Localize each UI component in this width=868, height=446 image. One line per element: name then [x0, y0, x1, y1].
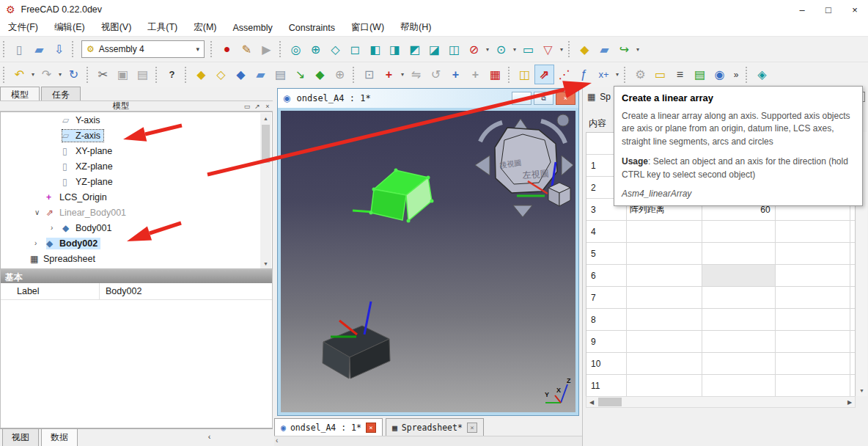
open-file-icon[interactable]: ▰: [29, 40, 49, 59]
new-file-icon[interactable]: ▯: [10, 40, 29, 59]
menu-edit[interactable]: 编辑(E): [46, 21, 93, 34]
save-file-icon[interactable]: ⇩: [49, 40, 69, 59]
selected-cell[interactable]: [702, 265, 775, 286]
cell[interactable]: [627, 375, 702, 397]
cell[interactable]: [702, 331, 775, 352]
toolbar-overflow-button[interactable]: »: [729, 70, 743, 80]
child-minimize-button[interactable]: –: [512, 92, 532, 105]
menu-view[interactable]: 视图(V): [93, 21, 140, 34]
macro-play-icon[interactable]: ▶: [257, 40, 276, 59]
insert-part-icon[interactable]: ◆: [191, 65, 211, 84]
tab-ondsel-a4[interactable]: ◉ ondsel_A4 : 1* ×: [274, 418, 383, 436]
symmetry-array-icon[interactable]: ◫: [515, 65, 534, 84]
scroll-right-icon[interactable]: ▶: [845, 399, 855, 406]
navigation-cube[interactable]: 後視圖 左視圖: [475, 114, 573, 217]
expand-chevron-icon[interactable]: ›: [51, 224, 62, 232]
copy-icon[interactable]: ▣: [113, 65, 133, 84]
scroll-left-icon[interactable]: ◀: [586, 399, 597, 406]
chevron-down-icon[interactable]: ▾: [56, 71, 64, 78]
cell[interactable]: [702, 353, 775, 374]
chevron-down-icon[interactable]: ▾: [511, 46, 518, 53]
cell[interactable]: [702, 309, 775, 330]
toolbar-grip[interactable]: [3, 67, 7, 83]
scroll-up-icon[interactable]: ▲: [260, 113, 271, 124]
chevron-down-icon[interactable]: ▾: [558, 46, 565, 53]
undo-icon[interactable]: ↶: [10, 65, 29, 84]
toolbar-grip[interactable]: [3, 41, 7, 57]
redo-icon[interactable]: ↷: [37, 65, 56, 84]
property-value[interactable]: Body002: [100, 286, 141, 296]
chevron-down-icon[interactable]: ▾: [29, 71, 37, 78]
zoom-icon[interactable]: ⊕: [306, 40, 326, 59]
chevron-down-icon[interactable]: ▾: [614, 71, 621, 78]
linear-array-icon[interactable]: ⇗: [534, 65, 554, 84]
menu-macro[interactable]: 宏(M): [185, 21, 224, 34]
cell[interactable]: [627, 243, 702, 264]
close-button[interactable]: ×: [842, 0, 868, 19]
cell[interactable]: [627, 287, 702, 308]
measure-icon[interactable]: ▭: [518, 40, 538, 59]
tree-item-z-axis[interactable]: ▱Z-axis: [1, 128, 272, 143]
close-panel-icon[interactable]: ×: [262, 103, 273, 110]
cell[interactable]: [702, 221, 775, 242]
sheet-horizontal-scrollbar[interactable]: ◀ ▶: [586, 396, 856, 408]
float-panel-icon[interactable]: ▭: [242, 103, 252, 110]
bom-list-icon[interactable]: ▤: [690, 65, 710, 84]
dark-body-object[interactable]: [323, 301, 390, 379]
toolbar-grip[interactable]: [155, 67, 160, 83]
property-group-header[interactable]: 基本: [1, 270, 272, 283]
solver-icon[interactable]: ▦: [485, 65, 505, 84]
view-top-icon[interactable]: ◧: [365, 40, 385, 59]
view-right-icon[interactable]: ◨: [385, 40, 405, 59]
row-header[interactable]: 4: [586, 221, 627, 242]
view-left-icon[interactable]: ◫: [444, 40, 464, 59]
nav-right-arrow-icon[interactable]: [562, 156, 573, 175]
chevron-down-icon[interactable]: ▾: [399, 71, 406, 78]
refresh-icon[interactable]: ↻: [64, 65, 84, 84]
view-rear-icon[interactable]: ◩: [405, 40, 424, 59]
whats-this-icon[interactable]: ?: [162, 65, 182, 84]
align-part-icon[interactable]: +: [466, 65, 485, 84]
draw-style-icon[interactable]: ⊘: [464, 40, 484, 59]
cell[interactable]: [776, 375, 850, 397]
toolbar-grip[interactable]: [746, 67, 750, 83]
toolbar-grip[interactable]: [72, 41, 76, 57]
child-close-button[interactable]: ×: [556, 92, 575, 105]
cell[interactable]: [702, 287, 775, 308]
child-restore-button[interactable]: ⧉: [534, 92, 553, 105]
tree-item-lcs-origin[interactable]: +LCS_Origin: [1, 189, 272, 205]
new-datum-icon[interactable]: ◆: [310, 65, 330, 84]
tree-item-linear-body001[interactable]: ∨ ⇗Linear_Body001: [1, 205, 272, 220]
3d-viewport[interactable]: 後視圖 左視圖: [278, 108, 578, 415]
paste-icon[interactable]: ▤: [133, 65, 152, 84]
cell[interactable]: [776, 287, 850, 308]
cell[interactable]: [627, 309, 702, 330]
nav-mini-cube[interactable]: [548, 183, 570, 206]
tab-spreadsheet[interactable]: ▦ Spreadsheet* ×: [386, 418, 484, 436]
new-body-icon[interactable]: ◆: [231, 65, 251, 84]
import-datum-icon[interactable]: ↘: [290, 65, 310, 84]
new-fastener-icon[interactable]: ⊕: [330, 65, 350, 84]
add-variable-icon[interactable]: x+: [594, 65, 614, 84]
view-bottom-icon[interactable]: ◪: [424, 40, 444, 59]
expand-chevron-icon[interactable]: ›: [34, 239, 46, 247]
row-header[interactable]: 6: [586, 265, 627, 286]
nav-down-arrow-icon[interactable]: [513, 205, 532, 217]
scrollbar-thumb[interactable]: [262, 125, 270, 163]
macro-record-icon[interactable]: ●: [217, 40, 237, 59]
clipping-icon[interactable]: ▽: [538, 40, 558, 59]
menu-help[interactable]: 帮助(H): [392, 21, 439, 34]
toolbar-grip[interactable]: [353, 67, 357, 83]
close-tab-icon[interactable]: ×: [467, 423, 477, 433]
selection-filter-icon[interactable]: ◈: [752, 65, 772, 84]
toolbar-grip[interactable]: [185, 67, 189, 83]
collapse-chevron-icon[interactable]: ∨: [34, 208, 46, 216]
toolbar-grip[interactable]: [508, 67, 512, 83]
visibility-icon[interactable]: ◉: [710, 65, 729, 84]
tree-item-body001[interactable]: › ◆Body001: [1, 220, 272, 235]
row-header[interactable]: 11: [586, 375, 627, 397]
datum-axes-icon[interactable]: +: [379, 65, 399, 84]
scroll-down-icon[interactable]: ▼: [260, 258, 271, 269]
workbench-selector[interactable]: ⚙ Assembly 4 ▾: [81, 40, 205, 58]
cell[interactable]: [627, 221, 702, 242]
